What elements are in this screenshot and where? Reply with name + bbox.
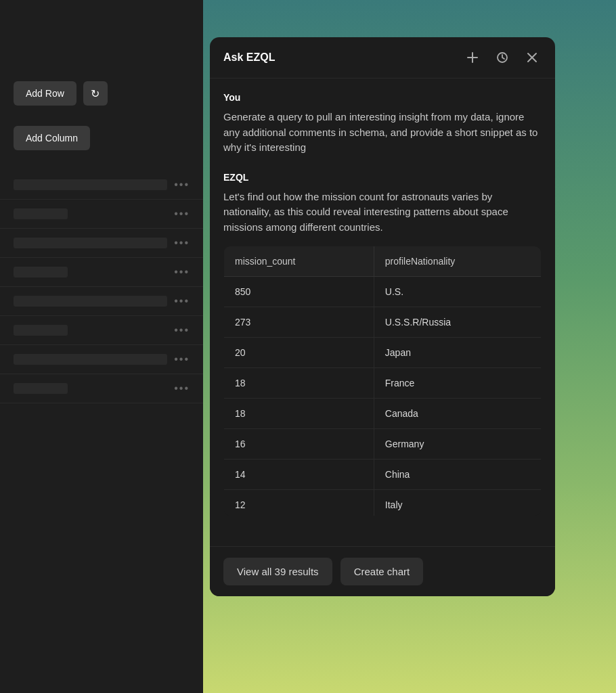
row-list: ••• ••• ••• ••• ••• ••• ••• ••• xyxy=(0,171,203,403)
table-row: 273U.S.S.R/Russia xyxy=(224,307,542,338)
table-row: 16Germany xyxy=(224,429,542,460)
top-actions: Add Row ↻ xyxy=(0,81,203,119)
left-panel: Add Row ↻ Add Column ••• ••• ••• ••• •••… xyxy=(0,0,203,693)
mission-count-cell: 20 xyxy=(224,338,374,368)
add-column-button[interactable]: Add Column xyxy=(14,126,90,150)
nationality-cell: Japan xyxy=(374,338,541,368)
refresh-button[interactable]: ↻ xyxy=(83,81,108,106)
nationality-cell: Italy xyxy=(374,490,541,516)
row-bar xyxy=(14,296,167,307)
row-menu-dots[interactable]: ••• xyxy=(174,179,190,191)
nationality-cell: U.S. xyxy=(374,277,541,307)
row-menu-dots[interactable]: ••• xyxy=(174,382,190,395)
row-menu-dots[interactable]: ••• xyxy=(174,266,190,278)
row-menu-dots[interactable]: ••• xyxy=(174,324,190,336)
row-bar xyxy=(14,238,167,248)
row-bar xyxy=(14,208,68,219)
list-item: ••• xyxy=(0,316,203,345)
list-item: ••• xyxy=(0,229,203,258)
ask-ezql-modal: Ask EZQL xyxy=(210,37,555,596)
row-bar xyxy=(14,354,167,365)
col-header-mission-count: mission_count xyxy=(224,246,374,277)
list-item: ••• xyxy=(0,258,203,287)
table-row: 850U.S. xyxy=(224,277,542,307)
table-row: 20Japan xyxy=(224,338,542,368)
row-bar xyxy=(14,179,167,190)
view-all-results-button[interactable]: View all 39 results xyxy=(223,558,332,585)
row-bar xyxy=(14,325,68,336)
table-row: 12Italy xyxy=(224,490,542,516)
modal-body: You Generate a query to pull an interest… xyxy=(210,79,555,546)
nationality-cell: U.S.S.R/Russia xyxy=(374,307,541,338)
row-menu-dots[interactable]: ••• xyxy=(174,353,190,365)
nationality-cell: Canada xyxy=(374,399,541,429)
mission-count-cell: 850 xyxy=(224,277,374,307)
row-menu-dots[interactable]: ••• xyxy=(174,208,190,220)
create-chart-button[interactable]: Create chart xyxy=(340,558,424,585)
list-item: ••• xyxy=(0,200,203,229)
ezql-section: EZQL Let's find out how the mission coun… xyxy=(223,172,542,517)
list-item: ••• xyxy=(0,345,203,374)
modal-footer: View all 39 results Create chart xyxy=(210,546,555,596)
table-row: 18Canada xyxy=(224,399,542,429)
row-menu-dots[interactable]: ••• xyxy=(174,295,190,307)
ezql-message: Let's find out how the mission count for… xyxy=(223,189,542,236)
mission-count-cell: 273 xyxy=(224,307,374,338)
mission-count-cell: 12 xyxy=(224,490,374,516)
mission-count-cell: 18 xyxy=(224,368,374,399)
table-row: 14China xyxy=(224,460,542,490)
mission-count-cell: 14 xyxy=(224,460,374,490)
row-bar xyxy=(14,383,68,394)
add-row-button[interactable]: Add Row xyxy=(14,81,76,106)
nationality-cell: China xyxy=(374,460,541,490)
row-bar xyxy=(14,267,68,277)
col-header-nationality: profileNationality xyxy=(374,246,541,277)
plus-icon-button[interactable] xyxy=(463,48,482,67)
you-message: Generate a query to pull an interesting … xyxy=(223,110,542,156)
modal-header: Ask EZQL xyxy=(210,37,555,79)
list-item: ••• xyxy=(0,287,203,316)
mission-count-cell: 18 xyxy=(224,399,374,429)
history-icon-button[interactable] xyxy=(493,48,512,67)
nationality-cell: Germany xyxy=(374,429,541,460)
table-row: 18France xyxy=(224,368,542,399)
ezql-label: EZQL xyxy=(223,172,542,183)
results-table: mission_count profileNationality 850U.S.… xyxy=(223,246,542,516)
row-menu-dots[interactable]: ••• xyxy=(174,237,190,249)
close-icon-button[interactable] xyxy=(523,48,542,67)
you-section: You Generate a query to pull an interest… xyxy=(223,92,542,156)
header-icon-group xyxy=(463,48,542,67)
you-label: You xyxy=(223,92,542,103)
list-item: ••• xyxy=(0,374,203,403)
plus-icon xyxy=(466,51,479,64)
add-column-area: Add Column xyxy=(0,119,203,164)
list-item: ••• xyxy=(0,171,203,200)
close-icon xyxy=(527,52,537,63)
modal-title: Ask EZQL xyxy=(223,51,275,64)
mission-count-cell: 16 xyxy=(224,429,374,460)
nationality-cell: France xyxy=(374,368,541,399)
history-icon xyxy=(496,51,508,64)
